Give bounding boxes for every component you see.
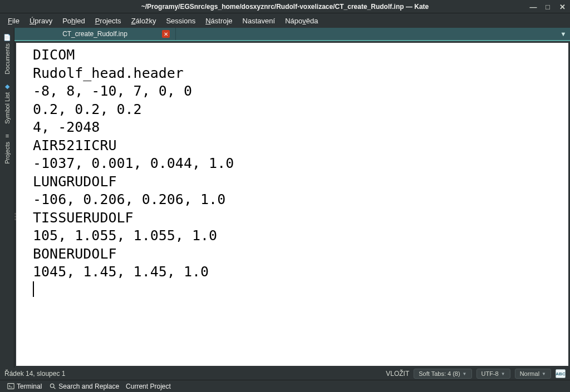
sidebar-item-label: Symbol List xyxy=(4,92,11,124)
svg-line-3 xyxy=(53,387,55,389)
menu-nastaveni[interactable]: Nastavení xyxy=(238,15,280,27)
close-button[interactable]: ✕ xyxy=(558,2,567,11)
statusbar: Řádek 14, sloupec 1 VLOŽIT Soft Tabs: 4 … xyxy=(0,368,570,380)
minimize-button[interactable]: — xyxy=(529,2,538,11)
editor-area: CT_create_Rudolf.inp ✕ ▼ DICOM Rudolf_he… xyxy=(14,28,570,368)
main-layout: Documents 📄 Symbol List ◆ Projects ≡ CT_… xyxy=(0,28,570,368)
sidebar-item-projects[interactable]: Projects ≡ xyxy=(1,128,13,167)
text-cursor xyxy=(33,281,34,297)
titlebar: ~/Programy/EGSnrc/egs_home/dosxyznrc/Rud… xyxy=(0,0,570,13)
chevron-down-icon: ▼ xyxy=(542,371,546,376)
bottom-project-label: Current Project xyxy=(126,383,171,390)
encoding-selector[interactable]: UTF-8 ▼ xyxy=(476,369,510,379)
menu-nastroje[interactable]: Nástroje xyxy=(201,15,237,27)
bottom-terminal[interactable]: Terminal xyxy=(4,381,44,391)
menu-upravy[interactable]: Úpravy xyxy=(25,15,57,27)
left-sidebar: Documents 📄 Symbol List ◆ Projects ≡ xyxy=(0,28,14,368)
chevron-down-icon: ▼ xyxy=(501,371,505,376)
sidebar-item-label: Projects xyxy=(4,142,11,164)
window-controls: — □ ✕ xyxy=(529,0,567,13)
tab-close-icon[interactable]: ✕ xyxy=(162,30,170,38)
tab-ct-create-rudolf[interactable]: CT_create_Rudolf.inp ✕ xyxy=(14,28,176,40)
indent-label: Soft Tabs: 4 (8) xyxy=(419,370,460,377)
menu-pohled[interactable]: Pohled xyxy=(58,15,90,27)
encoding-label: UTF-8 xyxy=(481,370,499,377)
bottom-search-label: Search and Replace xyxy=(58,383,119,390)
text-editor[interactable]: DICOM Rudolf_head.header -8, 8, -10, 7, … xyxy=(16,43,568,366)
documents-icon: 📄 xyxy=(3,33,11,41)
editor-frame: DICOM Rudolf_head.header -8, 8, -10, 7, … xyxy=(14,41,570,368)
bottom-search[interactable]: Search and Replace xyxy=(46,381,121,391)
mode-selector[interactable]: Normal ▼ xyxy=(515,369,551,379)
tab-label: CT_create_Rudolf.inp xyxy=(62,30,127,38)
symbol-list-icon: ◆ xyxy=(3,82,11,90)
svg-point-2 xyxy=(50,384,54,388)
chevron-down-icon: ▼ xyxy=(463,371,467,376)
projects-icon: ≡ xyxy=(3,132,11,140)
tab-overflow-dropdown[interactable]: ▼ xyxy=(557,28,570,40)
cursor-position-label: Řádek 14, sloupec 1 xyxy=(4,370,65,378)
terminal-icon xyxy=(7,383,14,390)
menu-file[interactable]: File xyxy=(3,15,24,27)
bottom-terminal-label: Terminal xyxy=(17,383,42,390)
menu-napoveda[interactable]: Nápověda xyxy=(281,15,322,27)
sidebar-item-label: Documents xyxy=(4,43,11,75)
menu-projects[interactable]: Projects xyxy=(91,15,126,27)
spellcheck-icon[interactable]: ABC xyxy=(556,369,566,378)
sidebar-item-documents[interactable]: Documents 📄 xyxy=(1,30,13,78)
insert-mode-label[interactable]: VLOŽIT xyxy=(386,370,409,378)
bottom-current-project[interactable]: Current Project xyxy=(124,381,173,391)
indent-selector[interactable]: Soft Tabs: 4 (8) ▼ xyxy=(414,369,471,379)
sidebar-item-symbol-list[interactable]: Symbol List ◆ xyxy=(1,79,13,127)
bottombar: Terminal Search and Replace Current Proj… xyxy=(0,380,570,392)
tabbar: CT_create_Rudolf.inp ✕ ▼ xyxy=(14,28,570,41)
menu-zalozky[interactable]: Záložky xyxy=(127,15,161,27)
menubar: File Úpravy Pohled Projects Záložky Sess… xyxy=(0,13,570,28)
search-icon xyxy=(48,383,56,390)
maximize-button[interactable]: □ xyxy=(543,2,552,11)
editor-content: DICOM Rudolf_head.header -8, 8, -10, 7, … xyxy=(33,46,552,281)
mode-label: Normal xyxy=(520,370,539,377)
menu-sessions[interactable]: Sessions xyxy=(161,15,200,27)
splitter-handle[interactable] xyxy=(14,211,17,221)
window-title: ~/Programy/EGSnrc/egs_home/dosxyznrc/Rud… xyxy=(141,3,429,11)
svg-rect-0 xyxy=(7,384,13,389)
